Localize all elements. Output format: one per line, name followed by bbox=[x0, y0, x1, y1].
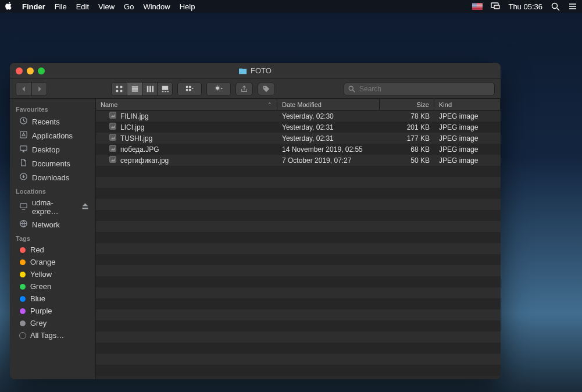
file-date: Yesterday, 02:31 bbox=[277, 134, 380, 142]
menu-go[interactable]: Go bbox=[124, 2, 134, 11]
sidebar-item-label: Downloads bbox=[32, 173, 69, 182]
notification-center-icon[interactable] bbox=[568, 2, 577, 11]
file-size: 50 KB bbox=[380, 156, 434, 165]
sidebar-item-network[interactable]: Network bbox=[10, 218, 95, 231]
menu-file[interactable]: File bbox=[55, 2, 67, 11]
tag-color-icon bbox=[19, 283, 26, 290]
icon-view-button[interactable] bbox=[112, 83, 127, 95]
sidebar-item-label: udma-expre… bbox=[32, 198, 77, 216]
sidebar-item-label: Documents bbox=[32, 159, 70, 168]
sidebar-item-label: Recents bbox=[32, 117, 60, 126]
sidebar-tag-purple[interactable]: Purple bbox=[10, 305, 95, 317]
menubar-clock[interactable]: Thu 05:36 bbox=[508, 2, 542, 11]
sidebar-item-desktop[interactable]: Desktop bbox=[10, 142, 95, 156]
finder-window: FOTO Favourites RecentsA bbox=[10, 63, 501, 379]
svg-rect-39 bbox=[110, 145, 116, 152]
tag-color-icon bbox=[19, 247, 26, 254]
window-minimize-button[interactable] bbox=[27, 67, 34, 74]
menu-edit[interactable]: Edit bbox=[76, 2, 89, 11]
sidebar-section-tags: Tags bbox=[10, 231, 95, 244]
svg-rect-21 bbox=[186, 85, 188, 88]
sidebar-tag-all-tags-[interactable]: All Tags… bbox=[10, 329, 95, 341]
eject-icon[interactable] bbox=[81, 202, 90, 212]
file-kind: JPEG image bbox=[434, 145, 501, 154]
input-source-icon[interactable] bbox=[472, 3, 483, 10]
spotlight-icon[interactable] bbox=[551, 2, 560, 11]
sidebar-tag-green[interactable]: Green bbox=[10, 280, 95, 293]
download-icon bbox=[19, 172, 28, 183]
file-kind: JPEG image bbox=[434, 134, 501, 142]
svg-rect-16 bbox=[152, 85, 153, 92]
window-close-button[interactable] bbox=[16, 67, 23, 74]
svg-rect-10 bbox=[120, 90, 123, 92]
titlebar[interactable]: FOTO bbox=[10, 63, 501, 79]
column-header-kind[interactable]: Kind bbox=[434, 99, 501, 110]
empty-row bbox=[96, 265, 501, 276]
sidebar-item-label: Orange bbox=[30, 258, 55, 266]
search-input[interactable] bbox=[344, 83, 495, 95]
sidebar-item-documents[interactable]: Documents bbox=[10, 156, 95, 170]
svg-rect-23 bbox=[186, 89, 188, 91]
search-field[interactable] bbox=[344, 83, 495, 95]
column-view-button[interactable] bbox=[142, 83, 157, 95]
svg-rect-19 bbox=[165, 91, 166, 92]
sidebar-item-label: Yellow bbox=[30, 270, 52, 279]
file-row[interactable]: сертификат.jpg7 October 2019, 07:2750 KB… bbox=[96, 155, 501, 166]
column-header-date[interactable]: Date Modified bbox=[277, 99, 380, 110]
empty-row bbox=[96, 354, 501, 365]
menu-window[interactable]: Window bbox=[143, 2, 170, 11]
list-view-button[interactable] bbox=[127, 83, 142, 95]
sidebar-tag-blue[interactable]: Blue bbox=[10, 293, 95, 305]
sidebar-item-recents[interactable]: Recents bbox=[10, 115, 95, 129]
empty-row bbox=[96, 254, 501, 265]
sidebar-tag-red[interactable]: Red bbox=[10, 244, 95, 256]
svg-point-25 bbox=[216, 86, 219, 89]
empty-row bbox=[96, 188, 501, 199]
display-menu-icon[interactable] bbox=[491, 2, 500, 11]
sidebar-item-label: Network bbox=[32, 220, 60, 229]
file-row[interactable]: TUSHI.jpgYesterday, 02:31177 KBJPEG imag… bbox=[96, 133, 501, 144]
sidebar-section-favourites: Favourites bbox=[10, 102, 95, 115]
window-zoom-button[interactable] bbox=[38, 67, 45, 74]
sidebar-item-applications[interactable]: Applications bbox=[10, 129, 95, 142]
forward-button[interactable] bbox=[31, 83, 47, 95]
file-icon bbox=[109, 111, 117, 121]
sidebar-item-label: Red bbox=[30, 245, 44, 254]
file-row[interactable]: FILIN.jpgYesterday, 02:3078 KBJPEG image bbox=[96, 111, 501, 122]
file-name: LICI.jpg bbox=[120, 123, 144, 131]
sidebar-tag-orange[interactable]: Orange bbox=[10, 256, 95, 268]
column-header-name[interactable]: Name⌃ bbox=[96, 99, 277, 110]
share-button[interactable] bbox=[235, 83, 253, 95]
app-menu[interactable]: Finder bbox=[22, 2, 45, 11]
empty-row bbox=[96, 276, 501, 287]
file-row[interactable]: победа.JPG14 November 2019, 02:5568 KBJP… bbox=[96, 144, 501, 155]
column-header-size[interactable]: Size bbox=[380, 99, 434, 110]
menu-view[interactable]: View bbox=[98, 2, 115, 11]
file-kind: JPEG image bbox=[434, 123, 501, 131]
menu-help[interactable]: Help bbox=[180, 2, 195, 11]
gallery-view-button[interactable] bbox=[157, 83, 172, 95]
svg-rect-22 bbox=[189, 85, 191, 88]
sidebar-tag-yellow[interactable]: Yellow bbox=[10, 268, 95, 280]
sidebar-tag-grey[interactable]: Grey bbox=[10, 317, 95, 329]
action-menu-button[interactable] bbox=[207, 83, 230, 95]
svg-rect-17 bbox=[162, 85, 168, 90]
svg-rect-24 bbox=[189, 89, 191, 91]
tags-button[interactable] bbox=[258, 83, 275, 95]
view-mode-buttons bbox=[111, 82, 173, 96]
svg-point-2 bbox=[552, 3, 558, 9]
sidebar-item-udma-expre-[interactable]: udma-expre… bbox=[10, 197, 95, 218]
file-row[interactable]: LICI.jpgYesterday, 02:31201 KBJPEG image bbox=[96, 122, 501, 133]
empty-row bbox=[96, 309, 501, 320]
tag-color-icon bbox=[19, 320, 26, 327]
svg-rect-18 bbox=[162, 91, 163, 92]
svg-line-3 bbox=[557, 8, 559, 10]
back-button[interactable] bbox=[16, 83, 31, 95]
group-by-button[interactable] bbox=[178, 83, 201, 95]
sidebar-item-downloads[interactable]: Downloads bbox=[10, 170, 95, 184]
file-name: сертификат.jpg bbox=[120, 156, 169, 165]
empty-row bbox=[96, 320, 501, 332]
file-icon bbox=[109, 133, 117, 143]
apple-menu-icon[interactable] bbox=[5, 2, 13, 12]
menubar: Finder File Edit View Go Window Help Thu… bbox=[0, 0, 582, 13]
